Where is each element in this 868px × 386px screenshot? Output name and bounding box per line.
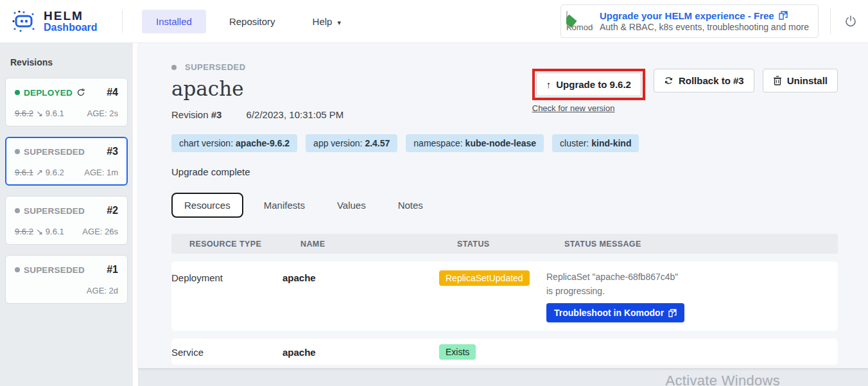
status-badge: Exists <box>439 344 476 360</box>
table-row-service: Service apache Exists <box>171 338 838 365</box>
col-status-message: STATUS MESSAGE <box>564 240 838 249</box>
version-to: 9.6.2 <box>46 168 64 177</box>
external-link-icon <box>668 309 677 317</box>
revision-label: Revision <box>171 109 211 120</box>
rollback-button[interactable]: Rollback to #3 <box>654 69 754 92</box>
header-divider <box>122 10 123 33</box>
version-from: 9.6.2 <box>15 227 33 236</box>
version-from: 9.6.1 <box>15 168 33 177</box>
status-dot <box>171 65 177 70</box>
revision-date: 6/2/2023, 10:31:05 PM <box>247 109 344 120</box>
nav-installed[interactable]: Installed <box>142 10 206 33</box>
revision-number: #1 <box>107 264 118 276</box>
nav-help[interactable]: Help ▾ <box>299 10 356 33</box>
arrow-up-icon: ↑ <box>546 79 551 90</box>
uninstall-button[interactable]: Uninstall <box>763 69 838 92</box>
revision-status: SUPERSEDED <box>24 206 85 216</box>
troubleshoot-komodor-button[interactable]: Troubleshoot in Komodor <box>546 303 684 322</box>
rollback-icon <box>664 76 673 85</box>
logo-title: HELM <box>44 9 83 22</box>
komodor-promo-banner[interactable]: Komodor Upgrade your HELM experience - F… <box>560 4 819 38</box>
banner-subtitle: Auth & RBAC, k8s events, troubleshooting… <box>600 22 809 32</box>
resources-table: RESOURCE TYPE NAME STATUS STATUS MESSAGE… <box>171 234 838 365</box>
nav-repository[interactable]: Repository <box>215 10 290 33</box>
release-detail-panel: SUPERSEDED apache Revision #3 6/2/2023, … <box>138 43 868 368</box>
chip-cluster: cluster:kind-kind <box>552 134 639 152</box>
power-icon <box>844 15 857 28</box>
logo-subtitle: Dashboard <box>44 22 98 33</box>
col-name: NAME <box>300 240 457 249</box>
reload-icon <box>76 88 85 97</box>
tab-manifests[interactable]: Manifests <box>252 194 317 216</box>
chip-app-version: app version:2.4.57 <box>306 134 397 152</box>
resource-type-cell: Deployment <box>171 270 282 283</box>
helm-dashboard-logo[interactable]: HELM Dashboard <box>0 8 122 34</box>
helm-logo-icon <box>12 8 37 34</box>
tab-notes[interactable]: Notes <box>386 194 435 216</box>
annotation-highlight-box: ↑ Upgrade to 9.6.2 <box>532 69 645 100</box>
version-arrow-icon: ↘ <box>36 227 43 236</box>
version-from: 9.6.2 <box>15 109 33 118</box>
col-resource-type: RESOURCE TYPE <box>189 240 300 249</box>
chip-chart-version: chart version:apache-9.6.2 <box>171 134 297 152</box>
revision-number: #2 <box>107 205 118 216</box>
revision-age: AGE: 26s <box>82 227 118 236</box>
tab-resources[interactable]: Resources <box>171 193 243 218</box>
status-dot <box>15 267 20 272</box>
detail-tabs: Resources Manifests Values Notes <box>171 193 838 218</box>
release-status: SUPERSEDED <box>185 62 246 72</box>
revisions-sidebar: Revisions DEPLOYED #4 9.6.2 ↘ 9.6.1 AGE:… <box>0 43 133 386</box>
table-header-row: RESOURCE TYPE NAME STATUS STATUS MESSAGE <box>171 234 838 254</box>
revision-number: #3 <box>211 109 222 120</box>
col-status: STATUS <box>457 240 564 249</box>
chip-namespace: namespace:kube-node-lease <box>406 134 544 152</box>
table-row-deployment: Deployment apache ReplicaSetUpdated Repl… <box>171 261 838 331</box>
resource-type-cell: Service <box>171 344 282 358</box>
top-header: HELM Dashboard Installed Repository Help… <box>0 0 868 43</box>
revision-number: #3 <box>107 146 118 157</box>
revision-card-2[interactable]: SUPERSEDED #2 9.6.2 ↘ 9.6.1 AGE: 26s <box>5 196 128 245</box>
sidebar-main-gap <box>133 43 138 386</box>
version-to: 9.6.1 <box>46 227 64 236</box>
revision-card-4[interactable]: DEPLOYED #4 9.6.2 ↘ 9.6.1 AGE: 2s <box>5 78 128 127</box>
banner-title-link[interactable]: Upgrade your HELM experience - Free <box>600 10 809 21</box>
status-dot <box>15 208 20 213</box>
check-new-version-link[interactable]: Check for new version <box>532 103 645 113</box>
version-to: 9.6.1 <box>46 109 64 118</box>
resource-name-cell: apache <box>282 344 439 358</box>
revision-age: AGE: 1m <box>84 168 118 177</box>
revisions-title: Revisions <box>5 57 128 67</box>
revision-age: AGE: 2d <box>87 286 118 295</box>
komodor-logo-broken-image: Komodor <box>566 11 593 32</box>
status-dot <box>15 90 20 95</box>
tab-values[interactable]: Values <box>326 194 378 216</box>
activate-windows-watermark: Activate Windows <box>666 373 780 386</box>
revision-number: #4 <box>107 87 118 98</box>
version-arrow-icon: ↗ <box>36 168 43 177</box>
upgrade-button[interactable]: ↑ Upgrade to 9.6.2 <box>536 73 641 96</box>
revision-status: SUPERSEDED <box>24 147 85 157</box>
revision-card-3-selected[interactable]: SUPERSEDED #3 9.6.1 ↗ 9.6.2 AGE: 1m <box>5 137 128 186</box>
header-divider-2 <box>830 8 831 34</box>
status-dot <box>15 149 20 154</box>
revision-age: AGE: 2s <box>87 109 118 118</box>
page-title: apache <box>171 77 343 100</box>
revision-status: SUPERSEDED <box>24 265 85 275</box>
status-badge: ReplicaSetUpdated <box>439 270 530 286</box>
external-link-icon <box>779 11 788 20</box>
shutdown-button[interactable] <box>842 13 859 30</box>
chevron-down-icon: ▾ <box>338 19 342 26</box>
revision-card-1[interactable]: SUPERSEDED #1 AGE: 2d <box>5 255 128 304</box>
main-nav: Installed Repository Help ▾ <box>142 10 355 33</box>
status-message-cell: ReplicaSet "apache-68fb867c4b" is progre… <box>546 270 686 298</box>
resource-name-cell: apache <box>282 270 439 283</box>
revision-status: DEPLOYED <box>24 88 73 98</box>
version-arrow-icon: ↘ <box>36 109 43 118</box>
release-description: Upgrade complete <box>171 166 838 177</box>
trash-icon <box>773 76 782 85</box>
